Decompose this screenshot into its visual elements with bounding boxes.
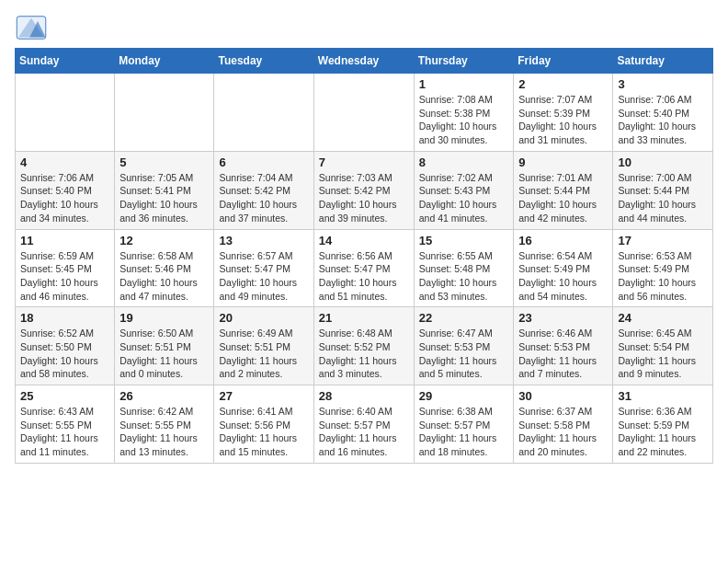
day-info: Sunrise: 6:38 AMSunset: 5:57 PMDaylight:…	[419, 405, 509, 459]
day-number: 19	[119, 311, 209, 325]
calendar-cell	[16, 74, 115, 152]
calendar-cell: 13Sunrise: 6:57 AMSunset: 5:47 PMDayligh…	[214, 229, 313, 307]
day-number: 3	[618, 77, 708, 91]
weekday-header-sunday: Sunday	[16, 49, 115, 74]
calendar-cell: 26Sunrise: 6:42 AMSunset: 5:55 PMDayligh…	[115, 385, 214, 464]
calendar-cell: 2Sunrise: 7:07 AMSunset: 5:39 PMDaylight…	[514, 74, 613, 152]
day-number: 8	[419, 155, 509, 169]
calendar-cell: 22Sunrise: 6:47 AMSunset: 5:53 PMDayligh…	[414, 307, 514, 385]
day-number: 2	[518, 77, 608, 91]
day-info: Sunrise: 6:45 AMSunset: 5:54 PMDaylight:…	[618, 327, 708, 381]
day-info: Sunrise: 6:48 AMSunset: 5:52 PMDaylight:…	[319, 327, 409, 381]
day-info: Sunrise: 6:42 AMSunset: 5:55 PMDaylight:…	[119, 405, 209, 459]
calendar-cell: 14Sunrise: 6:56 AMSunset: 5:47 PMDayligh…	[313, 229, 414, 307]
day-info: Sunrise: 7:04 AMSunset: 5:42 PMDaylight:…	[219, 171, 308, 225]
calendar-cell: 27Sunrise: 6:41 AMSunset: 5:56 PMDayligh…	[214, 385, 313, 464]
day-info: Sunrise: 6:46 AMSunset: 5:53 PMDaylight:…	[518, 327, 608, 381]
day-number: 22	[419, 311, 509, 325]
day-info: Sunrise: 7:01 AMSunset: 5:44 PMDaylight:…	[518, 171, 608, 225]
day-info: Sunrise: 7:00 AMSunset: 5:44 PMDaylight:…	[618, 171, 708, 225]
day-info: Sunrise: 7:02 AMSunset: 5:43 PMDaylight:…	[419, 171, 509, 225]
day-info: Sunrise: 6:43 AMSunset: 5:55 PMDaylight:…	[20, 405, 109, 459]
day-number: 7	[319, 155, 409, 169]
day-info: Sunrise: 6:49 AMSunset: 5:51 PMDaylight:…	[219, 327, 308, 381]
day-number: 20	[219, 311, 308, 325]
weekday-header-wednesday: Wednesday	[313, 49, 414, 74]
calendar-cell: 5Sunrise: 7:05 AMSunset: 5:41 PMDaylight…	[115, 151, 214, 229]
day-number: 18	[20, 311, 109, 325]
calendar-cell	[214, 74, 313, 152]
calendar-cell: 1Sunrise: 7:08 AMSunset: 5:38 PMDaylight…	[414, 74, 514, 152]
calendar-cell: 11Sunrise: 6:59 AMSunset: 5:45 PMDayligh…	[16, 229, 115, 307]
day-number: 10	[618, 155, 708, 169]
day-number: 6	[219, 155, 308, 169]
calendar-cell: 15Sunrise: 6:55 AMSunset: 5:48 PMDayligh…	[414, 229, 514, 307]
day-info: Sunrise: 6:55 AMSunset: 5:48 PMDaylight:…	[419, 249, 509, 304]
calendar-week-row: 25Sunrise: 6:43 AMSunset: 5:55 PMDayligh…	[16, 385, 713, 464]
calendar-cell: 29Sunrise: 6:38 AMSunset: 5:57 PMDayligh…	[414, 385, 514, 464]
calendar-cell: 7Sunrise: 7:03 AMSunset: 5:42 PMDaylight…	[313, 151, 414, 229]
day-number: 30	[518, 389, 608, 403]
day-number: 27	[219, 389, 308, 403]
day-number: 13	[219, 234, 308, 247]
weekday-header-monday: Monday	[115, 49, 214, 74]
calendar-cell: 17Sunrise: 6:53 AMSunset: 5:49 PMDayligh…	[613, 229, 713, 307]
calendar-cell: 21Sunrise: 6:48 AMSunset: 5:52 PMDayligh…	[313, 307, 414, 385]
day-info: Sunrise: 6:56 AMSunset: 5:47 PMDaylight:…	[319, 249, 409, 304]
calendar-cell: 10Sunrise: 7:00 AMSunset: 5:44 PMDayligh…	[613, 151, 713, 229]
day-number: 21	[319, 311, 409, 325]
day-info: Sunrise: 6:53 AMSunset: 5:49 PMDaylight:…	[618, 249, 708, 304]
day-number: 16	[518, 234, 608, 247]
day-number: 9	[518, 155, 608, 169]
calendar-cell: 18Sunrise: 6:52 AMSunset: 5:50 PMDayligh…	[16, 307, 115, 385]
day-info: Sunrise: 7:08 AMSunset: 5:38 PMDaylight:…	[419, 93, 509, 147]
day-info: Sunrise: 7:06 AMSunset: 5:40 PMDaylight:…	[20, 171, 109, 225]
calendar-cell: 24Sunrise: 6:45 AMSunset: 5:54 PMDayligh…	[613, 307, 713, 385]
day-info: Sunrise: 7:06 AMSunset: 5:40 PMDaylight:…	[618, 93, 708, 147]
calendar-week-row: 1Sunrise: 7:08 AMSunset: 5:38 PMDaylight…	[16, 74, 713, 152]
calendar-cell: 4Sunrise: 7:06 AMSunset: 5:40 PMDaylight…	[16, 151, 115, 229]
calendar-cell: 25Sunrise: 6:43 AMSunset: 5:55 PMDayligh…	[16, 385, 115, 464]
day-number: 24	[618, 311, 708, 325]
day-number: 26	[119, 389, 209, 403]
day-number: 4	[20, 155, 109, 169]
calendar-week-row: 4Sunrise: 7:06 AMSunset: 5:40 PMDaylight…	[16, 151, 713, 229]
day-info: Sunrise: 6:47 AMSunset: 5:53 PMDaylight:…	[419, 327, 509, 381]
calendar-cell: 31Sunrise: 6:36 AMSunset: 5:59 PMDayligh…	[613, 385, 713, 464]
calendar-cell: 30Sunrise: 6:37 AMSunset: 5:58 PMDayligh…	[514, 385, 613, 464]
weekday-header-row: SundayMondayTuesdayWednesdayThursdayFrid…	[16, 49, 713, 74]
day-info: Sunrise: 6:40 AMSunset: 5:57 PMDaylight:…	[319, 405, 409, 459]
day-info: Sunrise: 6:52 AMSunset: 5:50 PMDaylight:…	[20, 327, 109, 381]
day-info: Sunrise: 6:54 AMSunset: 5:49 PMDaylight:…	[518, 249, 608, 304]
calendar-cell: 6Sunrise: 7:04 AMSunset: 5:42 PMDaylight…	[214, 151, 313, 229]
calendar-week-row: 11Sunrise: 6:59 AMSunset: 5:45 PMDayligh…	[16, 229, 713, 307]
calendar-cell: 19Sunrise: 6:50 AMSunset: 5:51 PMDayligh…	[115, 307, 214, 385]
calendar-cell: 3Sunrise: 7:06 AMSunset: 5:40 PMDaylight…	[613, 74, 713, 152]
weekday-header-tuesday: Tuesday	[214, 49, 313, 74]
day-info: Sunrise: 7:07 AMSunset: 5:39 PMDaylight:…	[518, 93, 608, 147]
day-number: 17	[618, 234, 708, 247]
day-number: 12	[119, 234, 209, 247]
day-info: Sunrise: 6:57 AMSunset: 5:47 PMDaylight:…	[219, 249, 308, 304]
day-info: Sunrise: 6:58 AMSunset: 5:46 PMDaylight:…	[119, 249, 209, 304]
calendar-cell	[313, 74, 414, 152]
day-info: Sunrise: 6:36 AMSunset: 5:59 PMDaylight:…	[618, 405, 708, 459]
calendar-cell: 9Sunrise: 7:01 AMSunset: 5:44 PMDaylight…	[514, 151, 613, 229]
day-number: 14	[319, 234, 409, 247]
calendar-cell	[115, 74, 214, 152]
calendar-table: SundayMondayTuesdayWednesdayThursdayFrid…	[15, 48, 713, 464]
page-header	[15, 15, 713, 40]
calendar-cell: 20Sunrise: 6:49 AMSunset: 5:51 PMDayligh…	[214, 307, 313, 385]
day-number: 29	[419, 389, 509, 403]
day-number: 25	[20, 389, 109, 403]
day-info: Sunrise: 6:50 AMSunset: 5:51 PMDaylight:…	[119, 327, 209, 381]
day-info: Sunrise: 6:37 AMSunset: 5:58 PMDaylight:…	[518, 405, 608, 459]
day-info: Sunrise: 6:41 AMSunset: 5:56 PMDaylight:…	[219, 405, 308, 459]
calendar-cell: 28Sunrise: 6:40 AMSunset: 5:57 PMDayligh…	[313, 385, 414, 464]
logo-icon	[15, 15, 48, 40]
day-number: 11	[20, 234, 109, 247]
weekday-header-saturday: Saturday	[613, 49, 713, 74]
day-info: Sunrise: 7:05 AMSunset: 5:41 PMDaylight:…	[119, 171, 209, 225]
day-number: 15	[419, 234, 509, 247]
day-number: 23	[518, 311, 608, 325]
